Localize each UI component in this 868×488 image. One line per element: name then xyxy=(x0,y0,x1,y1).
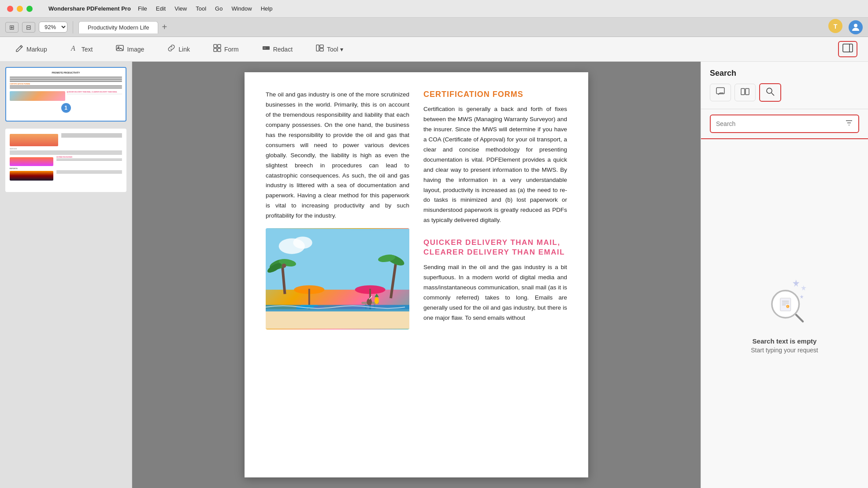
svg-marker-50 xyxy=(800,295,804,299)
text-icon: A xyxy=(70,44,79,55)
redact-label: Redact xyxy=(273,46,293,53)
thumbnail-page-2[interactable]: attachments DISTRIBUTION WORKER xyxy=(5,129,126,192)
document-area: The oil and gas industry is one of the m… xyxy=(132,62,701,488)
svg-text:!: ! xyxy=(787,305,788,308)
quicker-heading: QUICKER DELIVERY THAN MAIL, CLEARER DELI… xyxy=(423,238,567,257)
thumbnail-1-image: PROMOTE PRODUCTIVITY CERTIFICATION FORMS xyxy=(5,67,126,122)
svg-line-58 xyxy=(796,314,802,321)
panel-title: Search xyxy=(710,69,859,78)
tips-logo: T xyxy=(827,18,843,36)
svg-rect-41 xyxy=(266,309,409,329)
search-filter-button[interactable] xyxy=(840,115,858,132)
grid-view-button[interactable]: ⊞ xyxy=(5,22,19,33)
svg-rect-12 xyxy=(316,45,319,51)
search-input-row xyxy=(710,115,859,133)
svg-rect-6 xyxy=(214,44,217,48)
tab-title: Productivity Modern Life xyxy=(88,24,149,31)
svg-rect-8 xyxy=(214,48,217,52)
menu-go[interactable]: Go xyxy=(215,5,223,12)
active-tab[interactable]: Productivity Modern Life xyxy=(78,21,158,33)
svg-point-35 xyxy=(367,299,372,306)
sidebar-wrapper: PROMOTE PRODUCTIVITY CERTIFICATION FORMS xyxy=(0,62,132,488)
svg-text:A: A xyxy=(70,44,75,52)
document-page: The oil and gas industry is one of the m… xyxy=(245,72,588,477)
tabbar: ⊞ ⊟ 92% Productivity Modern Life + T xyxy=(0,18,868,37)
new-tab-button[interactable]: + xyxy=(158,22,171,32)
svg-text:T: T xyxy=(834,23,838,30)
doc-col-right: CERTIFICATION FORMS Certification is gen… xyxy=(423,90,567,329)
panel-comments-button[interactable] xyxy=(710,84,731,101)
image-button[interactable]: Image xyxy=(111,41,148,57)
menu-tool[interactable]: Tool xyxy=(196,5,206,12)
thumb-heading-quicker: QUICKER DELIVERY THAN MAIL, CLEARER DELI… xyxy=(67,91,122,93)
menu-edit[interactable]: Edit xyxy=(156,5,166,12)
close-button[interactable] xyxy=(7,6,13,12)
left-col-text: The oil and gas industry is one of the m… xyxy=(266,90,409,221)
link-button[interactable]: Link xyxy=(163,41,194,57)
image-label: Image xyxy=(127,46,144,53)
minimize-button[interactable] xyxy=(17,6,23,12)
thumbnail-page-1[interactable]: PROMOTE PRODUCTIVITY CERTIFICATION FORMS xyxy=(5,67,126,122)
lower-text: Sending mail in the oil and the gas indu… xyxy=(423,262,567,323)
thumbnail-2-image: attachments DISTRIBUTION WORKER xyxy=(5,129,126,192)
panel-search-button[interactable] xyxy=(759,83,781,102)
markup-button[interactable]: Markup xyxy=(11,41,52,57)
markup-icon xyxy=(15,44,24,55)
titlebar: Wondershare PDFelement Pro File Edit Vie… xyxy=(0,0,868,18)
search-empty-state: ! Search text is empty Start typing your… xyxy=(701,139,868,488)
view-controls: ⊞ ⊟ 92% xyxy=(5,22,67,33)
maximize-button[interactable] xyxy=(26,6,33,12)
form-icon xyxy=(213,44,222,55)
search-input[interactable] xyxy=(711,117,840,131)
link-label: Link xyxy=(178,46,190,53)
form-label: Form xyxy=(224,46,239,53)
panel-toggle-button[interactable] xyxy=(838,41,857,57)
menu-view[interactable]: View xyxy=(174,5,187,12)
svg-rect-7 xyxy=(218,44,221,48)
svg-rect-14 xyxy=(320,48,323,51)
svg-rect-13 xyxy=(320,45,323,48)
svg-marker-49 xyxy=(801,285,806,290)
redact-icon xyxy=(262,44,271,55)
svg-point-46 xyxy=(767,88,772,93)
image-icon xyxy=(115,44,124,55)
link-icon xyxy=(167,44,176,55)
panel-header: Search xyxy=(701,62,868,109)
svg-rect-44 xyxy=(741,89,745,95)
app-name: Wondershare PDFelement Pro xyxy=(48,5,131,12)
toolbar: Markup A Text Image Link xyxy=(0,37,868,62)
svg-rect-52 xyxy=(780,298,790,311)
search-empty-subtitle: Start typing your request xyxy=(751,347,818,354)
svg-line-47 xyxy=(772,93,774,96)
svg-point-19 xyxy=(293,237,312,249)
tab-divider xyxy=(73,21,73,33)
panel-tools xyxy=(710,83,859,102)
menu-help[interactable]: Help xyxy=(261,5,273,12)
tabbar-right: T xyxy=(827,18,863,36)
page-1-badge: 1 xyxy=(61,103,71,113)
search-empty-illustration: ! xyxy=(758,274,811,327)
svg-rect-9 xyxy=(218,48,221,52)
zoom-selector[interactable]: 92% xyxy=(39,22,67,33)
svg-rect-15 xyxy=(843,44,853,52)
svg-rect-11 xyxy=(263,47,266,49)
menu-file[interactable]: File xyxy=(138,5,147,12)
search-input-area xyxy=(701,109,868,139)
right-panel: Search xyxy=(701,62,868,488)
form-button[interactable]: Form xyxy=(208,41,243,57)
certification-heading: CERTIFICATION FORMS xyxy=(423,90,567,99)
split-view-button[interactable]: ⊟ xyxy=(22,22,35,33)
user-avatar[interactable] xyxy=(849,20,863,34)
thumbnail-sidebar: PROMOTE PRODUCTIVITY CERTIFICATION FORMS xyxy=(0,62,132,488)
svg-point-2 xyxy=(854,24,857,27)
menu-window[interactable]: Window xyxy=(231,5,252,12)
tool-icon xyxy=(315,44,324,55)
menu-bar: File Edit View Tool Go Window Help xyxy=(138,5,273,12)
traffic-lights xyxy=(7,6,33,12)
doc-col-left: The oil and gas industry is one of the m… xyxy=(266,90,409,329)
panel-columns-button[interactable] xyxy=(734,84,756,101)
thumb-heading-cert: CERTIFICATION FORMS xyxy=(10,83,122,85)
text-button[interactable]: A Text xyxy=(66,41,97,57)
redact-button[interactable]: Redact xyxy=(257,41,297,57)
tool-button[interactable]: Tool ▾ xyxy=(311,41,348,57)
